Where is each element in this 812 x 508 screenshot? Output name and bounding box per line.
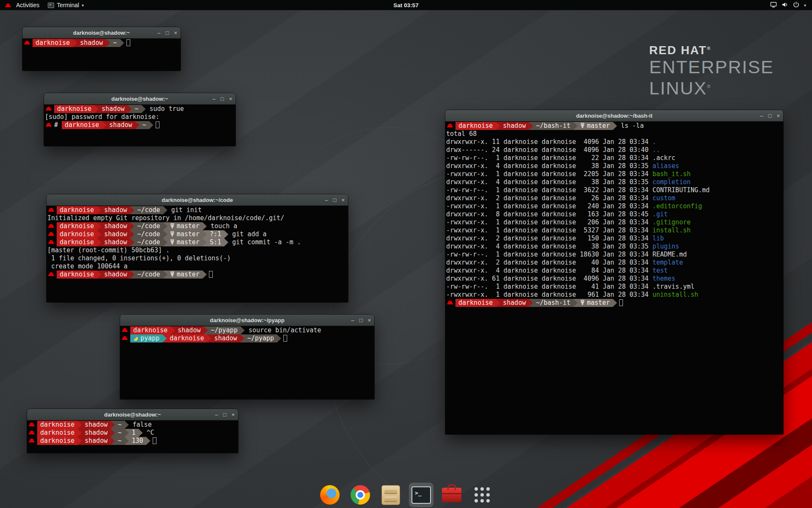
powerline-arrow-icon [163, 271, 167, 279]
file-meta: -rwxrwxr-x. 1 darknoise darknoise 2205 J… [446, 170, 649, 178]
maximize-button[interactable]: □ [166, 30, 169, 36]
maximize-button[interactable]: □ [768, 113, 772, 119]
prompt-segment-user: darknoise [54, 105, 94, 113]
file-meta: -rwxrwxr-x. 1 darknoise darknoise 5327 J… [446, 226, 649, 234]
prompt-segment-path: ~/bash-it [533, 299, 573, 307]
close-button[interactable]: × [174, 30, 177, 36]
prompt-segment-label: shadow [104, 206, 127, 214]
maximize-button[interactable]: □ [221, 96, 224, 102]
dock-chrome-icon[interactable] [349, 483, 372, 506]
window-titlebar[interactable]: darknoise@shadow:~/pyapp–□× [120, 315, 374, 326]
prompt-segment-label: shadow [85, 429, 107, 436]
file-name: uninstall.sh [653, 291, 698, 298]
activities-button[interactable]: Activities [0, 0, 44, 10]
redhat-icon [29, 430, 35, 436]
close-button[interactable]: × [231, 412, 235, 417]
maximize-button[interactable]: □ [359, 318, 363, 323]
maximize-button[interactable]: □ [223, 412, 227, 417]
prompt-segment-git: Ψmaster [167, 222, 203, 230]
terminal-window[interactable]: darknoise@shadow:~–□×darknoiseshadow~ fa… [27, 409, 238, 453]
prompt-segment-venv: pyapp [130, 334, 162, 342]
close-button[interactable]: × [341, 197, 345, 203]
minimize-button[interactable]: – [325, 197, 328, 203]
prompt-segment-label: ~ [118, 437, 121, 444]
app-menu-button[interactable]: Terminal ▾ [44, 0, 88, 10]
powerline-arrow-icon [277, 334, 281, 342]
terminal-body[interactable]: darknoiseshadow~ [22, 39, 181, 47]
file-name: lib [653, 235, 664, 242]
minimize-button[interactable]: – [212, 96, 215, 102]
close-button[interactable]: × [776, 113, 780, 119]
root-indicator: # [54, 121, 58, 129]
terminal-icon [48, 3, 54, 8]
prompt-segment-label: shadow [102, 105, 124, 113]
prompt-segment-user: darknoise [37, 421, 77, 429]
file-name: themes [653, 275, 675, 282]
prompt-segment-label: shadow [214, 334, 237, 342]
prompt-segment-label: ~/bash-it [536, 122, 570, 130]
command-text: false [133, 421, 152, 428]
file-meta: drwxrwxr-x. 4 darknoise darknoise 38 Jan… [446, 178, 649, 186]
terminal-body[interactable]: darknoiseshadow~/pyapp source bin/activa… [120, 326, 374, 342]
terminal-body[interactable]: darknoiseshadow~/bash-itΨmaster ls -lato… [445, 121, 783, 307]
window-titlebar[interactable]: darknoise@shadow:~–□× [44, 93, 236, 105]
terminal-window[interactable]: darknoise@shadow:~/pyapp–□×darknoiseshad… [120, 315, 374, 399]
prompt-segment-label: 1 [132, 429, 136, 436]
file-meta: drwxrwxr-x. 2 darknoise darknoise 150 Ja… [446, 235, 649, 242]
redhat-icon [48, 207, 55, 213]
window-titlebar[interactable]: darknoise@shadow:~/code–□× [47, 194, 348, 206]
prompt-segment-host: shadow [101, 271, 130, 279]
minimize-button[interactable]: – [760, 113, 763, 119]
prompt-segment-host: shadow [82, 421, 110, 429]
terminal-body[interactable]: darknoiseshadow~/code git initInitialize… [47, 206, 348, 279]
dock-terminal-icon[interactable] [410, 483, 433, 506]
prompt-segment-label: darknoise [60, 230, 94, 238]
terminal-line: -rwxrwxr-x. 1 darknoise darknoise 240 Ja… [446, 202, 783, 210]
prompt-segment-path: ~/pyapp [244, 334, 277, 342]
prompt-segment-label: ~/code [137, 222, 160, 230]
terminal-body[interactable]: darknoiseshadow~ falsedarknoiseshadow~1 … [27, 420, 238, 445]
clock[interactable]: Sat 03:57 [393, 2, 418, 8]
dock-firefox-icon[interactable] [318, 483, 341, 506]
terminal-window[interactable]: darknoise@shadow:~–□×darknoiseshadow~ su… [44, 93, 236, 146]
powerline-arrow-icon [149, 121, 154, 129]
dock-show-applications-icon[interactable] [471, 483, 494, 506]
terminal-body[interactable]: darknoiseshadow~ sudo true[sudo] passwor… [44, 105, 236, 129]
prompt-segment-user: darknoise [57, 271, 97, 279]
minimize-button[interactable]: – [215, 412, 218, 417]
prompt-segment-label: darknoise [60, 222, 94, 230]
powerline-arrow-icon [203, 326, 208, 334]
prompt-segment-gitstatus: ?:1 [207, 230, 224, 238]
branch-icon: Ψ [170, 230, 174, 238]
powerline-arrow-icon [120, 39, 124, 47]
terminal-window[interactable]: darknoise@shadow:~/bash-it–□×darknoisesh… [445, 110, 783, 434]
window-titlebar[interactable]: darknoise@shadow:~/bash-it–□× [445, 110, 783, 121]
redhat-icon [24, 40, 30, 46]
close-button[interactable]: × [368, 318, 371, 323]
window-titlebar[interactable]: darknoise@shadow:~–□× [27, 409, 238, 420]
dock-software-icon[interactable] [440, 483, 463, 506]
firefox-icon [320, 485, 340, 505]
close-button[interactable]: × [229, 96, 232, 102]
window-titlebar[interactable]: darknoise@shadow:~–□× [22, 27, 181, 39]
powerline-arrow-icon [130, 230, 134, 238]
prompt-segment-label: ~ [134, 105, 138, 113]
terminal-window[interactable]: darknoise@shadow:~/code–□×darknoiseshado… [47, 194, 348, 302]
powerline-arrow-icon [146, 437, 151, 445]
minimize-button[interactable]: – [351, 318, 354, 323]
file-meta: -rwxrwxr-x. 1 darknoise darknoise 240 Ja… [446, 202, 649, 210]
prompt-segment-label: darknoise [57, 105, 91, 113]
display-icon [770, 2, 777, 9]
prompt-segment-user: darknoise [455, 122, 496, 130]
powerline-arrow-icon [240, 334, 244, 342]
minimize-button[interactable]: – [157, 30, 160, 36]
powerline-arrow-icon [130, 222, 134, 230]
prompt-segment-label: shadow [104, 230, 127, 238]
dock-files-icon[interactable] [379, 483, 402, 506]
prompt-segment-label: shadow [503, 122, 526, 130]
system-status-area[interactable]: ▾ [767, 0, 809, 10]
prompt-segment-label: shadow [80, 39, 103, 47]
maximize-button[interactable]: □ [333, 197, 337, 203]
powerline-arrow-icon [130, 206, 134, 214]
terminal-window[interactable]: darknoise@shadow:~–□×darknoiseshadow~ [22, 27, 181, 71]
